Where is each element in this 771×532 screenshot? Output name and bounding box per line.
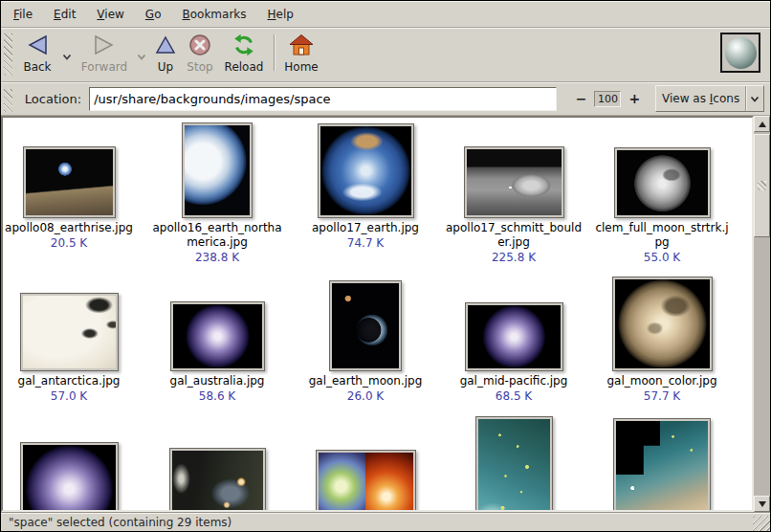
file-size: 57.0 K: [51, 389, 87, 404]
toolbar-drag-handle[interactable]: [4, 33, 12, 76]
stop-button[interactable]: Stop: [184, 31, 216, 74]
file-size: 55.0 K: [644, 251, 680, 265]
toolbar: Back Forward Up Stop: [1, 28, 770, 82]
file-item[interactable]: [147, 416, 287, 512]
reload-label: Reload: [225, 60, 264, 74]
file-size: 58.6 K: [199, 389, 235, 404]
file-size: 20.5 K: [51, 236, 87, 251]
file-name: apollo17_schmitt_boulder.jpg: [444, 221, 584, 250]
file-item-apollo17-schmitt-boulder[interactable]: apollo17_schmitt_boulder.jpg 225.8 K: [444, 122, 584, 265]
chevron-down-icon: [62, 50, 72, 63]
file-item-gal-antarctica[interactable]: gal_antarctica.jpg 57.0 K: [1, 274, 139, 404]
scrollbar-thumb[interactable]: [754, 134, 770, 237]
file-name: apollo16_earth_northamerica.jpg: [147, 221, 287, 250]
file-size: 26.0 K: [347, 389, 384, 404]
file-item-apollo08-earthrise[interactable]: apollo08_earthrise.jpg 20.5 K: [1, 122, 139, 251]
chevron-down-icon: [137, 50, 146, 63]
thumbnail-earth-and-moon: [329, 280, 402, 371]
resize-grip[interactable]: [753, 516, 770, 531]
back-history-dropdown[interactable]: [59, 50, 75, 63]
zoom-in-button[interactable]: +: [627, 91, 642, 106]
file-item-gal-earth-moon[interactable]: gal_earth_moon.jpg 26.0 K: [296, 274, 435, 404]
thumbnail-nebula-two-panel: [316, 450, 416, 512]
scroll-up-button[interactable]: [754, 116, 770, 132]
scrollbar-grip: [758, 181, 766, 190]
thumbnail-color-moon: [612, 277, 713, 371]
file-size: 57.7 K: [644, 389, 680, 404]
home-label: Home: [284, 60, 318, 74]
scrollbar-track[interactable]: [754, 132, 770, 496]
vertical-scrollbar: [754, 116, 770, 512]
zoom-controls: − 100 +: [574, 91, 642, 107]
forward-history-dropdown[interactable]: [134, 50, 149, 63]
thumbnail-purple-earth: [465, 302, 563, 371]
home-icon: [289, 33, 314, 57]
reload-button[interactable]: Reload: [220, 31, 268, 74]
zoom-out-button[interactable]: −: [574, 91, 589, 106]
file-item-gal-australia[interactable]: gal_australia.jpg 58.6 K: [147, 274, 287, 404]
file-item-clem-full-moon[interactable]: clem_full_moon_strtrk.jpg 55.0 K: [592, 122, 732, 265]
forward-icon: [92, 33, 117, 57]
location-input[interactable]: [89, 87, 557, 111]
file-size: 225.8 K: [492, 251, 536, 265]
reload-icon: [232, 33, 255, 57]
file-name: gal_moon_color.jpg: [606, 374, 716, 388]
thumbnail-antarctica: [20, 293, 119, 371]
file-name: clem_full_moon_strtrk.jpg: [592, 221, 732, 250]
back-icon: [25, 33, 50, 57]
up-button[interactable]: Up: [149, 31, 182, 74]
file-item[interactable]: [296, 416, 435, 512]
stop-icon: [188, 33, 211, 57]
file-manager-window: File Edit View Go Bookmarks Help Back Fo…: [0, 0, 771, 532]
thumbnail-galaxy-pair: [169, 448, 266, 512]
menubar: File Edit View Go Bookmarks Help: [1, 1, 770, 28]
file-name: gal_earth_moon.jpg: [309, 374, 423, 388]
back-label: Back: [23, 60, 51, 74]
file-item-gal-mid-pacific[interactable]: gal_mid-pacific.jpg 68.5 K: [444, 274, 584, 404]
file-name: apollo17_earth.jpg: [312, 221, 419, 235]
view-as-dropdown[interactable]: View as Icons: [655, 85, 764, 112]
file-item[interactable]: [444, 416, 584, 512]
thumbnail-moon-boulder: [464, 146, 564, 218]
file-item-gal-moon-color[interactable]: gal_moon_color.jpg 57.7 K: [592, 274, 732, 404]
scroll-down-button[interactable]: [754, 496, 770, 512]
thumbnail-teal-nebula: [475, 416, 553, 512]
throbber-frame: [720, 33, 760, 73]
up-icon: [155, 33, 176, 57]
file-item[interactable]: [1, 416, 139, 512]
stop-label: Stop: [187, 60, 212, 74]
thumbnail-earthrise: [23, 146, 116, 218]
menu-go[interactable]: Go: [135, 3, 172, 26]
thumbnail-blue-marble: [318, 123, 414, 218]
thumbnail-purple-earth: [170, 301, 265, 371]
location-bar: Location: − 100 + View as Icons: [1, 82, 770, 116]
chevron-down-icon: [745, 86, 763, 111]
icon-view[interactable]: apollo08_earthrise.jpg 20.5 K apollo16_e…: [1, 116, 754, 512]
menu-help[interactable]: Help: [257, 3, 304, 26]
status-text: "space" selected (containing 29 items): [9, 516, 231, 529]
file-size: 74.7 K: [347, 236, 384, 251]
menu-edit[interactable]: Edit: [43, 3, 86, 26]
arrow-up-icon: [759, 122, 766, 127]
file-item-apollo16-earth-northamerica[interactable]: apollo16_earth_northamerica.jpg 238.8 K: [147, 122, 287, 265]
location-label: Location:: [25, 92, 81, 106]
throbber-globe-icon: [725, 37, 757, 69]
menu-bookmarks[interactable]: Bookmarks: [171, 3, 256, 26]
file-name: gal_australia.jpg: [170, 374, 265, 388]
forward-button[interactable]: Forward: [75, 31, 134, 74]
file-item[interactable]: [592, 416, 732, 512]
status-bar: "space" selected (containing 29 items): [1, 512, 770, 531]
content-area: apollo08_earthrise.jpg 20.5 K apollo16_e…: [1, 116, 770, 512]
file-item-apollo17-earth[interactable]: apollo17_earth.jpg 74.7 K: [296, 122, 435, 251]
zoom-level-indicator: 100: [594, 91, 621, 107]
menu-file[interactable]: File: [3, 3, 43, 26]
file-size: 68.5 K: [496, 389, 532, 404]
location-bar-drag-handle[interactable]: [4, 89, 12, 112]
menu-view[interactable]: View: [86, 3, 134, 26]
home-button[interactable]: Home: [280, 31, 322, 74]
file-name: gal_antarctica.jpg: [18, 374, 121, 388]
thumbnail-earth-limb: [182, 122, 253, 218]
back-button[interactable]: Back: [15, 31, 59, 74]
arrow-down-icon: [759, 501, 766, 507]
file-size: 238.8 K: [195, 251, 239, 265]
